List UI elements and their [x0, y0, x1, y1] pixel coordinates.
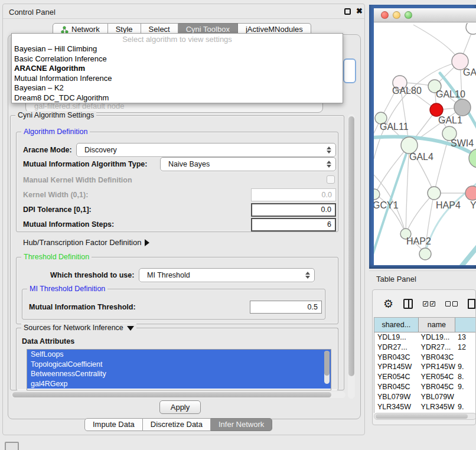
dropdown-item-selected[interactable]: ARACNE Algorithm	[12, 64, 343, 74]
deselect-all-checkboxes-icon[interactable]	[445, 301, 458, 306]
column-header-cut[interactable]	[455, 318, 476, 332]
node-label-gcy1: GCY1	[374, 200, 399, 210]
sources-title: Sources for Network Inference	[24, 324, 123, 332]
table-row[interactable]: YBL079W YBL079W	[374, 392, 476, 402]
settings-vertical-scrollbar[interactable]	[348, 114, 355, 399]
table-row[interactable]: YLR345W YLR345W 9.	[374, 402, 476, 412]
close-icon[interactable]: ✖	[356, 6, 363, 15]
node-label-gal80: GAL80	[392, 86, 422, 96]
manual-kernel-width-checkbox[interactable]	[327, 175, 335, 184]
column-header-shared-name[interactable]: shared...	[374, 318, 419, 332]
tab-impute-data[interactable]: Impute Data	[84, 418, 143, 431]
table-row[interactable]: YER054C YER054C 8.	[374, 372, 476, 382]
table-row[interactable]: YDL19... YDL19... 13	[374, 332, 476, 343]
dropdown-prompt: Select algorithm to view settings	[12, 34, 343, 44]
cell: YPR145W	[374, 362, 419, 372]
tab-discretize-data[interactable]: Discretize Data	[143, 418, 211, 431]
dpi-tolerance-field[interactable]: 0.0	[251, 203, 336, 217]
columns-icon[interactable]	[403, 299, 413, 309]
hub-definition-toggle[interactable]: Hub/Transcription Factor Definition	[23, 238, 149, 247]
dropdown-item[interactable]: Bayesian – K2	[12, 83, 343, 93]
network-view-inner: GAL GAL80 GAL10 GAL1 GAL11 SWI4 GAL4 GCY…	[374, 8, 476, 265]
network-window-titlebar[interactable]	[374, 8, 476, 22]
node-y-cut[interactable]	[465, 186, 476, 200]
attribute-item-selected[interactable]: SelfLoops	[27, 350, 331, 360]
group-title: Threshold Definition	[21, 253, 92, 261]
attribute-item-selected[interactable]: BetweennessCentrality	[27, 369, 331, 379]
cell: 8.	[455, 372, 476, 382]
gear-icon[interactable]: ⚙	[383, 298, 393, 309]
which-threshold-label: Which threshold to use:	[50, 271, 134, 279]
cell: YER054C	[374, 372, 419, 382]
node-gal1[interactable]	[430, 103, 443, 116]
column-header-name[interactable]: name	[419, 318, 456, 332]
settings-horizontal-scrollbar[interactable]	[11, 392, 345, 398]
mi-threshold-field[interactable]: 0.5	[250, 301, 322, 314]
minimize-traffic-light-icon[interactable]	[393, 11, 400, 19]
list-scrollbar[interactable]	[324, 351, 330, 384]
float-window-icon[interactable]	[344, 8, 351, 15]
attribute-item-selected[interactable]: gal4RGexp	[27, 379, 331, 389]
table-row[interactable]: YPR145W YPR145W 9.	[374, 362, 476, 372]
zoom-traffic-light-icon[interactable]	[405, 11, 412, 19]
algorithm-dropdown-list: Select algorithm to view settings Bayesi…	[11, 33, 343, 103]
mi-steps-field[interactable]: 6	[251, 218, 336, 231]
dropdown-item[interactable]: Bayesian – Hill Climbing	[12, 44, 343, 54]
which-threshold-combobox[interactable]: MI Threshold	[139, 268, 315, 282]
cell: 13	[455, 332, 476, 343]
stepper-arrows-icon	[327, 161, 331, 168]
node-gcy1[interactable]	[374, 189, 380, 200]
table-horizontal-scrollbar[interactable]	[374, 413, 476, 420]
titlebar-divider	[3, 18, 364, 19]
dropdown-item[interactable]: Dream8 DC_TDC Algorithm	[12, 93, 343, 103]
sources-toggle[interactable]: Sources for Network Inference	[21, 324, 136, 332]
mi-algorithm-type-label: Mutual Information Algorithm Type:	[23, 160, 147, 168]
node-unlabeled-top[interactable]	[466, 23, 476, 34]
tab-label: Discretize Data	[151, 419, 203, 431]
file-export-icon[interactable]	[468, 299, 475, 309]
node-unlabeled-bottom[interactable]	[419, 248, 431, 260]
select-all-checkboxes-icon[interactable]: ✓✓	[423, 301, 435, 306]
cell: YBR045C	[419, 382, 455, 392]
table-row[interactable]: YBR043C YBR043C	[374, 353, 476, 363]
kernel-width-field[interactable]: 0.0	[251, 188, 336, 201]
manual-kernel-width-label: Manual Kernel Width Definition	[23, 176, 132, 184]
node-gray[interactable]	[454, 99, 471, 116]
mi-algorithm-type-combobox[interactable]: Naive Bayes	[160, 157, 336, 171]
mi-threshold-label: Mutual Information Threshold:	[29, 303, 136, 311]
dropdown-item[interactable]: Basic Correlation Inference	[12, 54, 343, 64]
apply-button[interactable]: Apply	[159, 400, 201, 414]
cell: YLR345W	[374, 402, 419, 412]
table-row[interactable]: YBR045C YBR045C 9.	[374, 382, 476, 392]
node-gal4[interactable]	[401, 137, 418, 154]
table-row[interactable]: YDR27... YDR27... 12	[374, 343, 476, 353]
node-label-y-cut: Y	[470, 200, 476, 210]
network-canvas[interactable]: GAL GAL80 GAL10 GAL1 GAL11 SWI4 GAL4 GCY…	[374, 23, 476, 265]
hub-definition-label: Hub/Transcription Factor Definition	[23, 238, 141, 247]
cell: YBR043C	[419, 353, 455, 363]
kernel-width-label: Kernel Width (0,1):	[23, 191, 88, 199]
cell: YER054C	[419, 372, 455, 382]
network-icon	[61, 26, 69, 34]
tab-infer-network[interactable]: Infer Network	[211, 418, 272, 431]
cell: YBL079W	[419, 392, 455, 402]
node-label-swi4: SWI4	[451, 138, 474, 148]
table-toolbar: ⚙ ✓✓	[373, 290, 475, 317]
cell: YBR043C	[374, 353, 419, 363]
aracne-mode-combobox[interactable]: Discovery	[76, 143, 336, 157]
cell: YDR27...	[374, 343, 419, 353]
dropdown-item[interactable]: Mutual Information Inference	[12, 74, 343, 84]
stepper-arrows-icon	[305, 272, 310, 279]
node-label-gal-cut: GAL	[463, 67, 476, 77]
close-traffic-light-icon[interactable]	[381, 11, 389, 19]
docked-panel-icon[interactable]	[5, 442, 19, 450]
node-label-gal10: GAL10	[436, 89, 465, 99]
collapsed-arrow-icon	[145, 239, 149, 246]
node-attribute-table: shared... name YDL19... YDL19... 13 YDR2…	[374, 317, 476, 413]
data-attributes-label: Data Attributes	[22, 337, 74, 345]
attribute-item-selected[interactable]: TopologicalCoefficient	[27, 360, 331, 370]
combobox-value: Naive Bayes	[168, 158, 335, 171]
mi-steps-label: Mutual Information Steps:	[23, 220, 114, 229]
network-graph: GAL GAL80 GAL10 GAL1 GAL11 SWI4 GAL4 GCY…	[374, 23, 476, 265]
node-hap4[interactable]	[428, 187, 441, 200]
